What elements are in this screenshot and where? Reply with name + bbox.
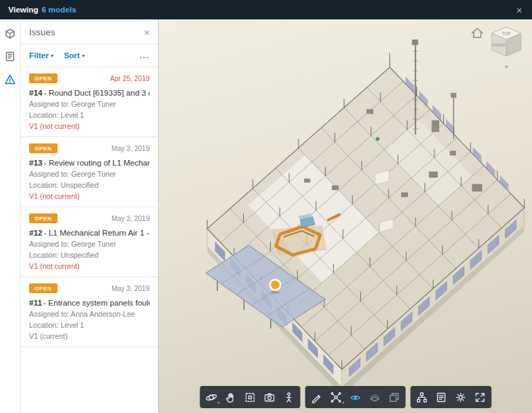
viewcube[interactable]: TOP FRONT ▾	[487, 24, 526, 68]
issue-title[interactable]: #12- L1 Mechanical Return Air 1 - rerout…	[29, 229, 150, 237]
fullscreen-icon	[474, 392, 486, 403]
top-bar: Viewing 6 models ×	[0, 0, 532, 19]
layers-button[interactable]	[365, 388, 384, 406]
issue-title[interactable]: #14- Round Duct [619335] and 3 other obj…	[29, 89, 150, 97]
first-person-icon	[283, 392, 294, 403]
model-scene[interactable]	[159, 19, 532, 413]
status-badge: OPEN	[29, 213, 57, 223]
explode-model-button[interactable]: ▾	[326, 388, 345, 406]
model-cube-icon	[4, 28, 16, 39]
chevron-down-icon: ▾	[82, 53, 85, 59]
fit-to-view-icon	[244, 392, 256, 403]
issue-location: Location: Unspecified	[29, 181, 150, 189]
measure-button[interactable]	[307, 388, 326, 406]
camera-icon	[263, 392, 275, 403]
analysis-tool-group: ▾	[305, 386, 405, 408]
issue-title[interactable]: #11- Entrance system panels fouled by ca…	[29, 299, 150, 307]
issue-assigned: Assigned to: George Tuner	[29, 100, 150, 108]
issue-title-text: - Round Duct [619335] and 3 other objec.…	[44, 89, 150, 97]
issue-assigned: Assigned to: Anna Anderson-Lee	[29, 310, 150, 318]
issue-version: V1 (current)	[29, 332, 150, 340]
overlay-sheets-icon	[388, 392, 400, 403]
issue-list: OPEN Apr 25, 2019 #14- Round Duct [61933…	[21, 67, 158, 413]
issue-card[interactable]: OPEN Apr 25, 2019 #14- Round Duct [61933…	[21, 67, 158, 137]
viewing-label: Viewing	[8, 6, 38, 14]
gear-icon	[454, 392, 466, 403]
chevron-down-icon: ▾	[218, 400, 220, 405]
issue-version: V1 (not current)	[29, 192, 150, 200]
layers-icon	[369, 392, 380, 403]
issue-location: Location: Level 1	[29, 321, 150, 329]
rail-sheets-button[interactable]	[2, 48, 19, 64]
viewcube-menu-icon[interactable]: ▾	[487, 65, 526, 69]
model-browser-button[interactable]	[412, 388, 431, 406]
fit-to-view-button[interactable]	[240, 388, 259, 406]
sort-label: Sort	[64, 51, 80, 60]
main-area: Issues × Filter ▾ Sort ▾ ... OPEN	[0, 19, 532, 413]
viewer-toolbar: ▾	[200, 386, 491, 408]
overlay-button[interactable]	[384, 388, 403, 406]
properties-panel-icon	[435, 392, 447, 403]
section-eye-button[interactable]	[346, 388, 364, 406]
orbit-tool-button[interactable]: ▾	[202, 388, 220, 406]
viewcube-top-label: TOP	[502, 31, 511, 36]
issue-date: May 3, 2019	[112, 285, 150, 292]
issue-version: V1 (not current)	[29, 122, 150, 130]
issue-location: Location: Level 1	[29, 111, 150, 119]
explode-model-icon	[330, 392, 342, 403]
close-viewer-icon[interactable]: ×	[513, 5, 525, 15]
camera-button[interactable]	[260, 388, 278, 406]
fullscreen-button[interactable]	[470, 388, 489, 406]
filter-dropdown[interactable]: Filter ▾	[29, 51, 53, 60]
sort-dropdown[interactable]: Sort ▾	[64, 51, 85, 60]
issue-card[interactable]: OPEN May 3, 2019 #12- L1 Mechanical Retu…	[21, 207, 158, 277]
filter-label: Filter	[29, 51, 48, 60]
home-icon	[470, 26, 485, 41]
issue-assigned: Assigned to: George Tuner	[29, 240, 150, 248]
issue-id: #14	[29, 89, 42, 97]
issue-date: May 3, 2019	[112, 145, 150, 152]
issue-assigned: Assigned to: George Tuner	[29, 170, 150, 178]
chevron-down-icon: ▾	[342, 400, 344, 405]
left-rail	[0, 19, 21, 413]
viewcube-front-label: FRONT	[493, 43, 506, 47]
issue-location: Location: Unspecified	[29, 251, 150, 259]
issue-card[interactable]: OPEN May 3, 2019 #11- Entrance system pa…	[21, 277, 158, 347]
pan-tool-button[interactable]	[221, 388, 240, 406]
issue-version: V1 (not current)	[29, 262, 150, 270]
issue-id: #13	[29, 159, 42, 167]
viewcube-icon: TOP FRONT	[487, 24, 526, 62]
rail-issues-button[interactable]	[2, 71, 19, 87]
more-options-icon[interactable]: ...	[139, 51, 150, 60]
rail-models-button[interactable]	[2, 25, 19, 42]
first-person-button[interactable]	[279, 388, 298, 406]
panel-title: Issues	[29, 27, 55, 37]
panel-close-icon[interactable]: ×	[144, 28, 150, 37]
issue-title-text: - Entrance system panels fouled by cano.…	[44, 299, 150, 307]
issue-card[interactable]: OPEN May 3, 2019 #13- Review routing of …	[21, 137, 158, 207]
status-badge: OPEN	[29, 73, 57, 83]
settings-button[interactable]	[451, 388, 470, 406]
model-viewport[interactable]: TOP FRONT ▾ ▾	[159, 19, 532, 413]
issues-warning-icon	[4, 73, 16, 85]
issue-date: May 3, 2019	[112, 215, 150, 222]
sheets-icon	[4, 51, 16, 62]
model-browser-icon	[416, 392, 427, 403]
bim-viewer-app: Viewing 6 models ×	[0, 0, 532, 413]
issues-panel-header: Issues ×	[21, 19, 158, 44]
chevron-down-icon: ▾	[51, 53, 53, 59]
issue-title[interactable]: #13- Review routing of L1 Mechanical Ret…	[29, 159, 150, 167]
issue-id: #12	[29, 229, 42, 237]
navigation-tool-group: ▾	[200, 386, 300, 408]
status-badge: OPEN	[29, 283, 57, 293]
issues-panel: Issues × Filter ▾ Sort ▾ ... OPEN	[21, 19, 159, 413]
issue-id: #11	[29, 299, 42, 307]
properties-button[interactable]	[432, 388, 450, 406]
orbit-icon	[205, 392, 217, 403]
measure-pencil-icon	[310, 392, 322, 403]
issue-title-text: - Review routing of L1 Mechanical Return…	[44, 159, 150, 167]
settings-tool-group	[410, 386, 491, 408]
models-count[interactable]: 6 models	[42, 6, 76, 14]
home-view-button[interactable]	[470, 26, 485, 41]
filter-sort-row: Filter ▾ Sort ▾ ...	[21, 44, 158, 67]
